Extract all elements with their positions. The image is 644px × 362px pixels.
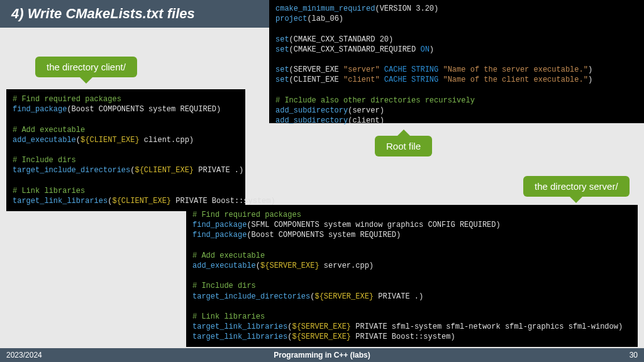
slide: 4) Write CMakeLists.txt files cmake_mini…	[0, 0, 644, 362]
code-client: # Find required packages find_package(Bo…	[6, 89, 245, 211]
callout-server: the directory server/	[523, 176, 630, 197]
footer: 2023/2024 Programming in C++ (labs) 30	[0, 348, 644, 362]
footer-center: Programming in C++ (labs)	[0, 351, 644, 359]
callout-root: Root file	[375, 136, 432, 156]
footer-page: 30	[630, 351, 638, 359]
slide-title: 4) Write CMakeLists.txt files	[11, 6, 195, 22]
callout-client: the directory client/	[35, 57, 137, 77]
code-server: # Find required packages find_package(SF…	[186, 205, 638, 347]
code-root: cmake_minimum_required(VERSION 3.20) pro…	[269, 0, 644, 123]
